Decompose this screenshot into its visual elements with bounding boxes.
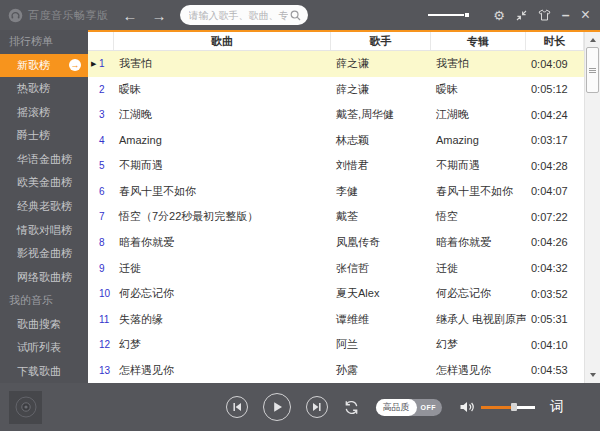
sidebar-item[interactable]: 试听列表 bbox=[0, 336, 88, 360]
settings-gear-icon[interactable]: ⚙ bbox=[493, 9, 505, 22]
artist-name[interactable]: 戴荃,周华健 bbox=[331, 107, 431, 122]
album-art-placeholder bbox=[9, 391, 42, 424]
quality-toggle[interactable]: 高品质 OFF bbox=[376, 399, 443, 416]
sidebar-item[interactable]: 爵士榜 bbox=[0, 124, 88, 148]
artist-name[interactable]: 薛之谦 bbox=[331, 56, 431, 71]
album-name[interactable]: 怎样遇见你 bbox=[431, 363, 526, 378]
column-header-duration[interactable]: 时长 bbox=[526, 32, 584, 50]
sidebar-item[interactable]: 华语金曲榜 bbox=[0, 148, 88, 172]
artist-name[interactable]: 李健 bbox=[331, 184, 431, 199]
sidebar-item[interactable]: 摇滚榜 bbox=[0, 101, 88, 125]
next-track-button[interactable] bbox=[306, 396, 328, 418]
skin-shirt-icon[interactable] bbox=[538, 9, 551, 21]
table-row[interactable]: ▶1我害怕薛之谦我害怕0:04:09 bbox=[88, 51, 584, 77]
song-title[interactable]: 暧昧 bbox=[114, 82, 331, 97]
sidebar-item[interactable]: 下载歌曲 bbox=[0, 359, 88, 383]
artist-name[interactable]: 薛之谦 bbox=[331, 82, 431, 97]
volume-handle[interactable] bbox=[511, 403, 517, 411]
table-row[interactable]: 5不期而遇刘惜君不期而遇0:04:28 bbox=[88, 153, 584, 179]
album-name[interactable]: 继承人 电视剧原声带 bbox=[431, 312, 526, 327]
sidebar-item[interactable]: 情歌对唱榜 bbox=[0, 218, 88, 242]
album-name[interactable]: 何必忘记你 bbox=[431, 286, 526, 301]
table-row[interactable]: 8暗着你就爱凤凰传奇暗着你就爱0:04:26 bbox=[88, 230, 584, 256]
scrollbar-thumb[interactable] bbox=[586, 47, 599, 93]
table-row[interactable]: 7悟空（7分22秒最初完整版）戴荃悟空0:07:22 bbox=[88, 204, 584, 230]
album-name[interactable]: 不期而遇 bbox=[431, 158, 526, 173]
artist-name[interactable]: 谭维维 bbox=[331, 312, 431, 327]
volume-slider[interactable] bbox=[481, 406, 535, 409]
table-row[interactable]: 6春风十里不如你李健春风十里不如你0:04:07 bbox=[88, 179, 584, 205]
album-name[interactable]: 春风十里不如你 bbox=[431, 184, 526, 199]
mini-progress-slider[interactable] bbox=[428, 13, 469, 17]
artist-name[interactable]: 张信哲 bbox=[331, 261, 431, 276]
column-header-song[interactable]: 歌曲 bbox=[114, 32, 331, 50]
close-button[interactable]: × bbox=[581, 7, 590, 23]
scrollbar[interactable] bbox=[584, 32, 600, 383]
search-box[interactable] bbox=[180, 5, 308, 25]
artist-name[interactable]: 孙露 bbox=[331, 363, 431, 378]
mini-mode-icon[interactable] bbox=[516, 10, 527, 21]
scroll-up-button[interactable] bbox=[585, 33, 600, 46]
table-row[interactable]: 11失落的缘谭维维继承人 电视剧原声带0:05:31 bbox=[88, 306, 584, 332]
song-title[interactable]: 失落的缘 bbox=[114, 312, 331, 327]
scroll-down-button[interactable] bbox=[585, 368, 600, 381]
volume-control[interactable] bbox=[459, 400, 535, 414]
song-title[interactable]: 悟空（7分22秒最初完整版） bbox=[114, 209, 331, 224]
artist-name[interactable]: 刘惜君 bbox=[331, 158, 431, 173]
album-name[interactable]: Amazing bbox=[431, 134, 526, 146]
table-row[interactable]: 4Amazing林志颖Amazing0:03:17 bbox=[88, 128, 584, 154]
album-name[interactable]: 暗着你就爱 bbox=[431, 235, 526, 250]
song-title[interactable]: 何必忘记你 bbox=[114, 286, 331, 301]
song-title[interactable]: 暗着你就爱 bbox=[114, 235, 331, 250]
sidebar-item[interactable]: 歌曲搜索 bbox=[0, 312, 88, 336]
album-name[interactable]: 悟空 bbox=[431, 209, 526, 224]
sidebar-item[interactable]: 新歌榜→ bbox=[0, 54, 88, 78]
song-title[interactable]: 迁徙 bbox=[114, 261, 331, 276]
song-title[interactable]: 江湖晚 bbox=[114, 107, 331, 122]
sidebar-item[interactable]: 热歌榜 bbox=[0, 77, 88, 101]
artist-name[interactable]: 戴荃 bbox=[331, 209, 431, 224]
now-playing-marker: ▶ bbox=[91, 60, 99, 68]
mini-progress-handle[interactable] bbox=[465, 13, 469, 17]
volume-speaker-icon[interactable] bbox=[459, 400, 476, 414]
column-header-artist[interactable]: 歌手 bbox=[331, 32, 431, 50]
album-name[interactable]: 江湖晚 bbox=[431, 107, 526, 122]
column-header-album[interactable]: 专辑 bbox=[431, 32, 526, 50]
song-title[interactable]: 不期而遇 bbox=[114, 158, 331, 173]
sidebar-item[interactable]: 影视金曲榜 bbox=[0, 242, 88, 266]
song-duration: 0:04:28 bbox=[526, 160, 584, 172]
lyrics-button[interactable]: 词 bbox=[550, 398, 564, 416]
sidebar-item[interactable]: 网络歌曲榜 bbox=[0, 265, 88, 289]
album-name[interactable]: 迁徙 bbox=[431, 261, 526, 276]
table-row[interactable]: 13怎样遇见你孙露怎样遇见你0:04:53 bbox=[88, 357, 584, 383]
table-row[interactable]: 10何必忘记你夏天Alex何必忘记你0:03:52 bbox=[88, 281, 584, 307]
song-duration: 0:04:26 bbox=[526, 236, 584, 248]
album-name[interactable]: 我害怕 bbox=[431, 56, 526, 71]
table-row[interactable]: 12幻梦阿兰幻梦0:04:10 bbox=[88, 332, 584, 358]
repeat-mode-icon[interactable] bbox=[343, 399, 360, 416]
table-row[interactable]: 2暧昧薛之谦暧昧0:05:12 bbox=[88, 77, 584, 103]
artist-name[interactable]: 凤凰传奇 bbox=[331, 235, 431, 250]
table-row[interactable]: 3江湖晚戴荃,周华健江湖晚0:04:24 bbox=[88, 102, 584, 128]
artist-name[interactable]: 阿兰 bbox=[331, 337, 431, 352]
sidebar-item[interactable]: 欧美金曲榜 bbox=[0, 171, 88, 195]
song-title[interactable]: 怎样遇见你 bbox=[114, 363, 331, 378]
song-title[interactable]: 春风十里不如你 bbox=[114, 184, 331, 199]
search-input[interactable] bbox=[187, 9, 290, 22]
minimize-button[interactable]: – bbox=[562, 8, 570, 22]
previous-track-button[interactable] bbox=[226, 396, 248, 418]
artist-name[interactable]: 夏天Alex bbox=[331, 286, 431, 301]
back-button[interactable]: ← bbox=[123, 8, 138, 23]
song-title[interactable]: 我害怕 bbox=[114, 56, 331, 71]
play-button[interactable] bbox=[263, 393, 291, 421]
song-title[interactable]: 幻梦 bbox=[114, 337, 331, 352]
song-title[interactable]: Amazing bbox=[114, 134, 331, 146]
album-name[interactable]: 幻梦 bbox=[431, 337, 526, 352]
forward-button[interactable]: → bbox=[152, 8, 167, 23]
search-icon[interactable] bbox=[290, 10, 301, 21]
sidebar-item[interactable]: 经典老歌榜 bbox=[0, 195, 88, 219]
row-number-cell: 9 bbox=[88, 263, 114, 274]
album-name[interactable]: 暧昧 bbox=[431, 82, 526, 97]
artist-name[interactable]: 林志颖 bbox=[331, 133, 431, 148]
table-row[interactable]: 9迁徙张信哲迁徙0:04:32 bbox=[88, 255, 584, 281]
